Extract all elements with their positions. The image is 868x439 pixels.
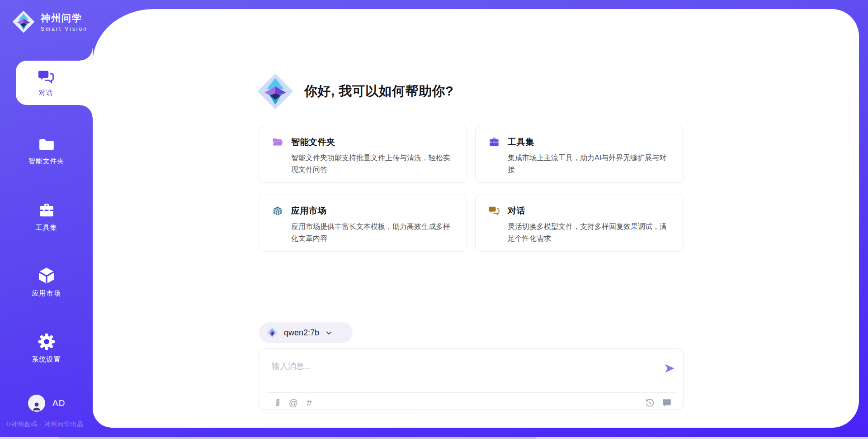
card-title: 工具集 <box>508 136 534 148</box>
sidebar-item-toolset[interactable]: 工具集 <box>0 196 93 238</box>
diamond-logo-icon <box>12 10 35 33</box>
gear-icon <box>37 332 56 351</box>
mention-icon[interactable]: @ <box>288 397 299 409</box>
card-chat[interactable]: 对话 灵活切换多模型文件，支持多样回复效果调试，满足个性化需求 <box>475 195 684 252</box>
model-selector[interactable]: qwen2:7b <box>259 322 353 343</box>
brand-subtitle: Smart Vision <box>41 26 88 32</box>
folder-icon <box>37 136 57 153</box>
horizontal-scrollbar-thumb[interactable] <box>59 437 536 439</box>
app-window: 你好, 我可以如何帮助你? 智能文件夹 智能文件夹功能支持批量文件上传与清洗，轻… <box>0 0 868 439</box>
composer-divider <box>266 392 676 393</box>
model-name: qwen2:7b <box>284 328 319 338</box>
card-app-market[interactable]: 应用市场 应用市场提供丰富长文本模板，助力高效生成多样化文章内容 <box>259 195 467 252</box>
brand-diamond-icon <box>256 72 294 110</box>
horizontal-scrollbar[interactable] <box>0 437 868 439</box>
message-icon[interactable] <box>661 397 673 409</box>
card-description: 灵活切换多模型文件，支持多样回复效果调试，满足个性化需求 <box>508 221 672 244</box>
greeting-block: 你好, 我可以如何帮助你? <box>256 72 453 110</box>
attachment-icon[interactable] <box>272 397 283 409</box>
sidebar-item-settings[interactable]: 系统设置 <box>0 327 93 369</box>
tab-fillet-top <box>80 48 93 61</box>
sidebar-item-label: 系统设置 <box>32 355 61 364</box>
card-description: 应用市场提供丰富长文本模板，助力高效生成多样化文章内容 <box>291 221 455 244</box>
card-description: 集成市场上主流工具，助力AI与外界无缝扩展与对接 <box>508 152 672 176</box>
sidebar-footer: ©神州数码 · 神州问学出品 <box>6 420 84 429</box>
brand-name: 神州问学 <box>41 12 88 24</box>
send-icon[interactable] <box>664 363 675 374</box>
hash-icon[interactable]: # <box>303 397 315 409</box>
folder-open-icon <box>272 136 283 148</box>
sidebar-item-label: 智能文件夹 <box>28 157 65 166</box>
cube-icon <box>272 205 283 217</box>
toolbox-icon <box>488 136 500 148</box>
sidebar-item-label: 对话 <box>39 89 53 97</box>
chat-icon <box>488 205 500 217</box>
card-title: 对话 <box>508 205 525 217</box>
cube-icon <box>37 266 56 285</box>
user-name: AD <box>52 398 65 408</box>
sidebar-item-label: 工具集 <box>36 224 57 232</box>
model-logo-icon <box>266 327 278 339</box>
toolbox-icon <box>37 201 56 220</box>
chevron-down-icon <box>325 329 333 337</box>
card-title: 应用市场 <box>291 205 326 217</box>
chat-icon <box>37 68 56 86</box>
user-profile[interactable]: AD <box>28 395 65 412</box>
sidebar-item-label: 应用市场 <box>32 289 61 298</box>
sidebar-item-chat[interactable]: 对话 <box>16 61 95 105</box>
card-smart-folder[interactable]: 智能文件夹 智能文件夹功能支持批量文件上传与清洗，轻松实现文件问答 <box>259 126 467 183</box>
card-title: 智能文件夹 <box>291 136 335 148</box>
composer-toolbar: @ # <box>272 397 673 409</box>
tab-fillet-bottom <box>80 105 93 118</box>
message-input[interactable] <box>272 357 651 375</box>
greeting-title: 你好, 我可以如何帮助你? <box>304 82 453 100</box>
sidebar-item-app-market[interactable]: 应用市场 <box>0 261 93 303</box>
main-content-panel: 你好, 我可以如何帮助你? 智能文件夹 智能文件夹功能支持批量文件上传与清洗，轻… <box>93 9 859 428</box>
history-icon[interactable] <box>644 397 656 409</box>
sidebar-item-smart-folder[interactable]: 智能文件夹 <box>0 130 93 172</box>
card-description: 智能文件夹功能支持批量文件上传与清洗，轻松实现文件问答 <box>291 152 455 176</box>
message-composer: @ # <box>259 348 684 410</box>
card-toolset[interactable]: 工具集 集成市场上主流工具，助力AI与外界无缝扩展与对接 <box>475 126 684 183</box>
brand-logo: 神州问学 Smart Vision <box>12 10 88 33</box>
avatar <box>28 395 45 412</box>
feature-cards-grid: 智能文件夹 智能文件夹功能支持批量文件上传与清洗，轻松实现文件问答 工具集 <box>259 126 684 252</box>
